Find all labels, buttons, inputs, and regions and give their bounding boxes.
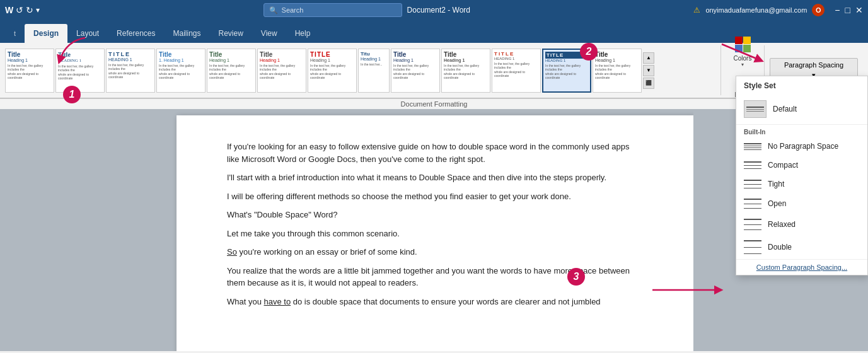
close-button[interactable]: ✕: [855, 5, 863, 15]
paragraph-spacing-dropdown: Style Set Default Built-In No Paragraph …: [736, 76, 868, 275]
paragraph-1: If you're looking for an easy to follow …: [227, 141, 643, 165]
title-bar: W ↺ ↻ ▾ 🔍 Search Document2 - Word ⚠ onyi…: [0, 0, 868, 20]
style-set-label: Style Set: [736, 76, 867, 93]
paragraph-spacing-label: Paragraph Spacing: [784, 61, 843, 69]
style-thumb-7[interactable]: TITLE Heading 1 In the text her, the gal…: [308, 49, 357, 93]
redo-icon[interactable]: ↻: [26, 5, 33, 15]
tab-mailings[interactable]: Mailings: [164, 24, 209, 43]
style-gallery: Title Heading 1 In the text her, the gal…: [5, 45, 720, 95]
open-label: Open: [768, 199, 786, 208]
tab-view[interactable]: View: [252, 24, 286, 43]
left-margin: [0, 109, 176, 351]
badge-3: 3: [567, 268, 585, 286]
dropdown-tight[interactable]: Tight: [736, 175, 867, 194]
have-to-underline: have to: [264, 297, 291, 306]
document-page[interactable]: If you're looking for an easy to follow …: [176, 115, 693, 351]
colors-label: Colors: [734, 55, 752, 62]
paragraph-4: What's "Double Space" Word?: [227, 209, 643, 221]
dropdown-compact[interactable]: Compact: [736, 156, 867, 175]
tight-icon: [744, 180, 761, 188]
no-paragraph-space-label: No Paragraph Space: [768, 142, 838, 151]
search-placeholder: Search: [282, 6, 304, 14]
badge-1: 1: [63, 86, 81, 103]
dropdown-open[interactable]: Open: [736, 194, 867, 214]
no-paragraph-space-icon: [744, 143, 761, 150]
paragraph-6: So you're working on an essay or brief o…: [227, 246, 643, 258]
style-thumb-4[interactable]: Title 1. Heading 1 In the text her, the …: [156, 49, 205, 93]
tab-help[interactable]: Help: [286, 24, 320, 43]
style-thumb-2[interactable]: Title HEADING 1 In the text her, the gal…: [55, 49, 105, 93]
dropdown-default-item[interactable]: Default: [736, 95, 867, 123]
built-in-label: Built-In: [736, 126, 867, 137]
tab-file[interactable]: t: [5, 24, 25, 43]
minimize-button[interactable]: −: [835, 5, 840, 15]
double-label: Double: [768, 243, 792, 252]
double-icon: [744, 240, 761, 254]
tab-design[interactable]: Design: [25, 24, 67, 43]
warning-icon: ⚠: [693, 6, 700, 14]
compact-icon: [744, 161, 761, 169]
style-thumb-8[interactable]: Titu Heading 1 In the text her...: [358, 49, 390, 93]
tab-references[interactable]: References: [108, 24, 164, 43]
maximize-button[interactable]: □: [845, 5, 850, 15]
style-thumb-11[interactable]: TITLE HEADING 1 In the text her, the gal…: [492, 49, 541, 93]
colors-swatch: [735, 37, 751, 52]
relaxed-label: Relaxed: [768, 220, 796, 229]
style-gallery-nav: ▲ ▼ ⬛: [643, 52, 654, 89]
style-nav-up[interactable]: ▲: [643, 52, 654, 64]
compact-label: Compact: [768, 161, 798, 170]
style-thumb-13[interactable]: Title Heading 1 In the text her, the gal…: [593, 49, 642, 93]
default-label: Default: [773, 105, 797, 113]
style-thumb-1[interactable]: Title Heading 1 In the text her, the gal…: [5, 49, 54, 93]
style-thumb-6[interactable]: Title Heading 1 In the text her, the gal…: [257, 49, 306, 93]
custom-paragraph-spacing-link[interactable]: Custom Paragraph Spacing...: [736, 259, 867, 275]
open-icon: [744, 199, 761, 209]
style-thumb-3[interactable]: TITLE HEADING 1 In the text her, the gal…: [106, 49, 155, 93]
undo-icon[interactable]: ↺: [16, 5, 23, 15]
paragraph-2: I'll start with a brief introduction int…: [227, 171, 643, 184]
user-email: onyimaduafamefuna@gmail.com: [705, 6, 807, 14]
tab-layout[interactable]: Layout: [67, 24, 108, 43]
badge-2: 2: [580, 43, 598, 61]
search-box[interactable]: 🔍 Search: [263, 3, 402, 17]
document-title: Document2 - Word: [407, 6, 470, 14]
style-thumb-10[interactable]: Title Heading 1 In the text her, the gal…: [441, 49, 490, 93]
colors-button[interactable]: Colors ▾: [726, 34, 759, 70]
title-bar-right: ⚠ onyimaduafamefuna@gmail.com O − □ ✕: [693, 4, 863, 16]
paragraph-5: Let me take you through this common scen…: [227, 228, 643, 240]
title-bar-left: W ↺ ↻ ▾: [5, 5, 40, 15]
screen-wrapper: W ↺ ↻ ▾ 🔍 Search Document2 - Word ⚠ onyi…: [0, 0, 868, 353]
style-nav-down[interactable]: ▼: [643, 65, 654, 76]
so-underline: So: [227, 247, 237, 257]
word-icon: W: [5, 5, 13, 15]
divider-1: [736, 124, 867, 125]
paragraph-3: I will be offering different methods so …: [227, 190, 643, 203]
style-thumb-9[interactable]: Title Heading 1 In the text her, the gal…: [391, 49, 440, 93]
style-nav-more[interactable]: ⬛: [643, 78, 654, 89]
user-avatar: O: [812, 4, 825, 16]
style-thumb-5[interactable]: Title Heading 1 In the text her, the gal…: [207, 49, 256, 93]
title-bar-center: 🔍 Search Document2 - Word: [40, 3, 693, 17]
dropdown-relaxed[interactable]: Relaxed: [736, 214, 867, 235]
dropdown-no-paragraph-space[interactable]: No Paragraph Space: [736, 137, 867, 156]
paragraph-8: What you have to do is double space that…: [227, 296, 643, 308]
default-style-icon: [744, 100, 767, 118]
tight-label: Tight: [768, 180, 784, 188]
tab-review[interactable]: Review: [210, 24, 252, 43]
relaxed-icon: [744, 219, 761, 230]
dropdown-double[interactable]: Double: [736, 235, 867, 259]
